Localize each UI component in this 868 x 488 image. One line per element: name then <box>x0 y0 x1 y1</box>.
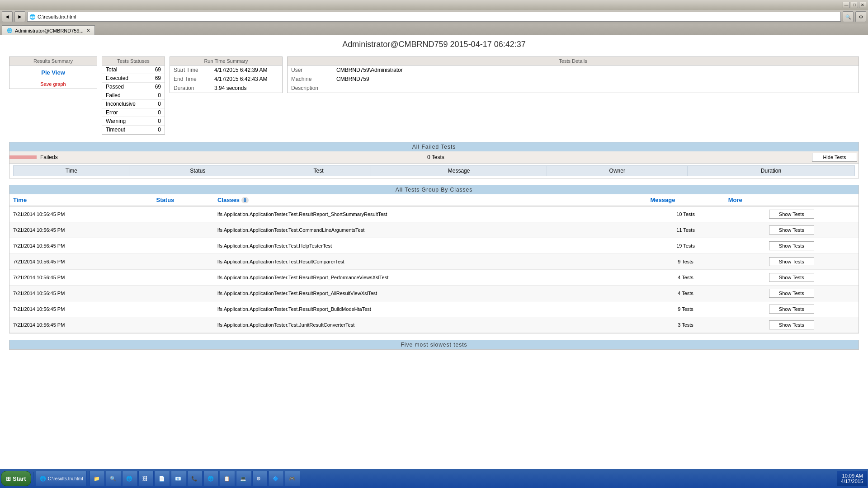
runtime-row: Duration3.94 seconds <box>170 84 282 93</box>
class-name: lfs.Application.ApplicationTester.Test.R… <box>214 286 646 301</box>
class-message: 3 Tests <box>646 317 724 333</box>
show-tests-button[interactable]: Show Tests <box>769 210 814 219</box>
status-label: Total <box>102 66 148 74</box>
class-name: lfs.Application.ApplicationTester.Test.J… <box>214 317 646 333</box>
show-tests-button[interactable]: Show Tests <box>769 320 814 329</box>
show-tests-button[interactable]: Show Tests <box>769 257 814 266</box>
failed-col-header: Status <box>129 166 266 176</box>
restore-button[interactable]: □ <box>851 2 858 8</box>
class-status <box>153 222 214 238</box>
status-label: Warning <box>102 117 148 126</box>
test-statuses-header: Tests Statuses <box>102 57 165 66</box>
class-time: 7/21/2014 10:56:45 PM <box>9 254 153 270</box>
failed-name: Faileds <box>37 152 422 162</box>
status-value: 0 <box>148 117 165 126</box>
forward-button[interactable]: ► <box>14 11 25 22</box>
active-tab[interactable]: 🌐 Administrator@CMBRND759... ✕ <box>2 25 95 35</box>
class-status <box>153 286 214 301</box>
save-graph-link[interactable]: Save graph <box>9 80 97 89</box>
status-label: Timeout <box>102 126 148 134</box>
status-value: 0 <box>148 108 165 117</box>
browser-titlebar: — □ ✕ <box>0 0 868 10</box>
slowest-tests-section: Five most slowest tests <box>9 340 859 350</box>
class-row: 7/21/2014 10:56:45 PM lfs.Application.Ap… <box>9 238 859 254</box>
tests-details-header: Tests Details <box>288 57 859 66</box>
close-button[interactable]: ✕ <box>859 2 866 8</box>
col-more-header: More <box>725 194 859 206</box>
status-label: Error <box>102 108 148 117</box>
show-tests-button[interactable]: Show Tests <box>769 241 814 250</box>
slowest-section-title: Five most slowest tests <box>9 340 859 349</box>
details-label: Machine <box>288 75 333 84</box>
hide-tests-button[interactable]: Hide Tests <box>812 153 857 162</box>
tab-label: Administrator@CMBRND759... <box>15 28 84 33</box>
details-label: Description <box>288 84 333 93</box>
status-label: Failed <box>102 91 148 100</box>
class-more: Show Tests <box>725 301 859 317</box>
show-tests-button[interactable]: Show Tests <box>769 273 814 282</box>
runtime-table: Start Time4/17/2015 6:42:39 AMEnd Time4/… <box>170 66 282 93</box>
show-tests-button[interactable]: Show Tests <box>769 225 814 235</box>
failed-table-container: TimeStatusTestMessageOwnerDuration <box>9 164 859 178</box>
statuses-table: Total69Executed69Passed69Failed0Inconclu… <box>102 66 165 134</box>
class-time: 7/21/2014 10:56:45 PM <box>9 301 153 317</box>
class-more: Show Tests <box>725 270 859 286</box>
runtime-value: 3.94 seconds <box>211 84 282 93</box>
class-more: Show Tests <box>725 254 859 270</box>
nav-extras[interactable]: ⚙ <box>855 11 866 22</box>
status-row: Error0 <box>102 108 165 117</box>
status-value: 69 <box>148 74 165 83</box>
col-status-header: Status <box>153 194 214 206</box>
results-summary-header: Results Summary <box>9 57 97 66</box>
minimize-button[interactable]: — <box>843 2 850 8</box>
test-statuses-panel: Tests Statuses Total69Executed69Passed69… <box>102 56 165 135</box>
failed-col-header: Time <box>14 166 129 176</box>
status-row: Timeout0 <box>102 126 165 134</box>
back-button[interactable]: ◄ <box>2 11 13 22</box>
class-name: lfs.Application.ApplicationTester.Test.R… <box>214 206 646 222</box>
class-time: 7/21/2014 10:56:45 PM <box>9 238 153 254</box>
pie-view-link[interactable]: Pie View <box>9 66 97 80</box>
col-time-header: Time <box>9 194 153 206</box>
status-row: Passed69 <box>102 83 165 91</box>
failed-data-table: TimeStatusTestMessageOwnerDuration <box>13 165 855 176</box>
show-tests-button[interactable]: Show Tests <box>769 305 814 314</box>
status-value: 0 <box>148 100 165 108</box>
details-value: CMBRND759\Administrator <box>333 66 859 75</box>
search-button[interactable]: 🔍 <box>843 11 854 22</box>
status-row: Failed0 <box>102 91 165 100</box>
status-value: 0 <box>148 126 165 134</box>
status-value: 69 <box>148 83 165 91</box>
tests-details-panel: Tests Details UserCMBRND759\Administrato… <box>287 56 859 93</box>
class-status <box>153 301 214 317</box>
status-row: Inconclusive0 <box>102 100 165 108</box>
class-message: 11 Tests <box>646 222 724 238</box>
class-row: 7/21/2014 10:56:45 PM lfs.Application.Ap… <box>9 206 859 222</box>
status-row: Warning0 <box>102 117 165 126</box>
class-time: 7/21/2014 10:56:45 PM <box>9 270 153 286</box>
class-row: 7/21/2014 10:56:45 PM lfs.Application.Ap… <box>9 222 859 238</box>
class-status <box>153 317 214 333</box>
class-more: Show Tests <box>725 238 859 254</box>
failed-count: 0 Tests <box>422 152 811 162</box>
class-time: 7/21/2014 10:56:45 PM <box>9 222 153 238</box>
col-classes-header: Classes 8 <box>214 194 646 206</box>
runtime-header: Run Time Summary <box>170 57 282 66</box>
show-tests-button[interactable]: Show Tests <box>769 289 814 298</box>
class-more: Show Tests <box>725 222 859 238</box>
status-value: 0 <box>148 91 165 100</box>
browser-icon: 🌐 <box>29 14 36 20</box>
status-label: Inconclusive <box>102 100 148 108</box>
class-row: 7/21/2014 10:56:45 PM lfs.Application.Ap… <box>9 301 859 317</box>
address-input[interactable] <box>38 14 839 19</box>
runtime-value: 4/17/2015 6:42:43 AM <box>211 75 282 84</box>
details-table: UserCMBRND759\AdministratorMachineCMBRND… <box>288 66 859 93</box>
status-row: Executed69 <box>102 74 165 83</box>
failed-header-row: Faileds 0 Tests Hide Tests <box>9 151 859 164</box>
address-bar-container: 🌐 <box>27 12 841 22</box>
class-time: 7/21/2014 10:56:45 PM <box>9 286 153 301</box>
details-value <box>333 84 859 93</box>
tab-close-icon[interactable]: ✕ <box>86 28 90 33</box>
class-status <box>153 254 214 270</box>
runtime-label: End Time <box>170 75 211 84</box>
